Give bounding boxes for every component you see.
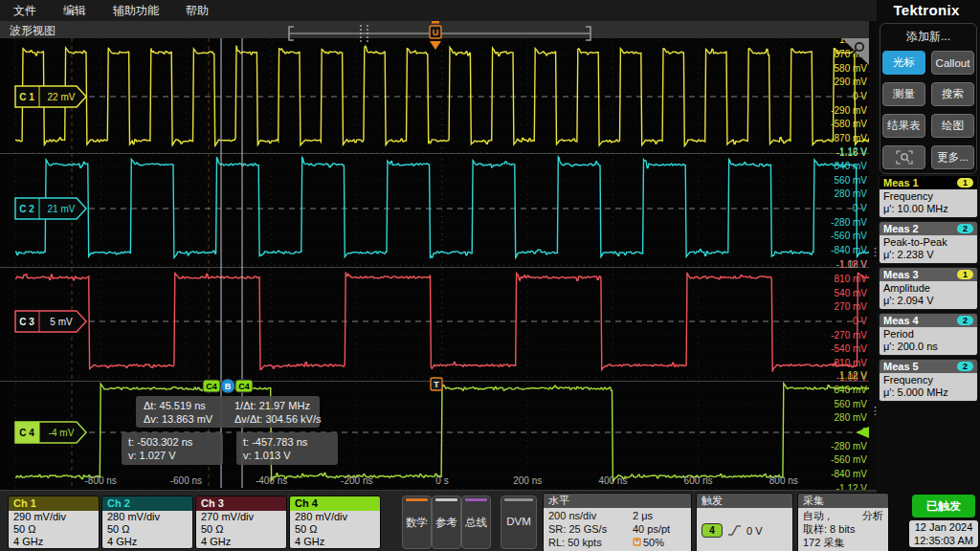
meas-type: Peak-to-Peak bbox=[883, 236, 973, 249]
reference-button[interactable]: 参考 bbox=[432, 496, 461, 549]
tool-button-label: DVM bbox=[501, 516, 536, 527]
channel-offset-value: 21 mV bbox=[48, 204, 76, 214]
meas-badge-body: Peak-to-Peakμ': 2.238 V bbox=[880, 235, 977, 263]
ch2-scale-label: -280 mV bbox=[831, 217, 867, 228]
ch3-badge[interactable]: Ch 3270 mV/div50 Ω4 GHz bbox=[195, 496, 287, 549]
ch4-scale-label: -560 mV bbox=[831, 454, 867, 465]
cursor-button[interactable]: 光标 bbox=[882, 51, 925, 75]
bottom-bar: Ch 1290 mV/div50 Ω4 GHzCh 2280 mV/div50 … bbox=[0, 490, 877, 551]
ch2-scale-label: -840 mV bbox=[831, 245, 867, 255]
ch1-scale-label: -580 mV bbox=[831, 119, 867, 129]
meas-mean-value: μ': 5.000 MHz bbox=[883, 386, 973, 399]
ch1-badge[interactable]: Ch 1290 mV/div50 Ω4 GHz bbox=[8, 496, 100, 549]
cursor-b-source-badge[interactable]: C4 bbox=[238, 382, 250, 391]
ch1-scale-label: 290 mV bbox=[835, 77, 868, 87]
acquisition-panel[interactable]: 采集 自动 , 分析 取样: 8 bits 172 采集 bbox=[797, 493, 889, 551]
ch1-scale-label: -870 mV bbox=[831, 133, 867, 143]
panel-divider[interactable]: ⋮ ⋮ bbox=[869, 21, 877, 490]
meas-badge-name: Meas 1 bbox=[883, 177, 919, 188]
ch-badge-header: Ch 4 bbox=[290, 496, 380, 511]
accessibility-menu[interactable]: 辅助功能 bbox=[100, 0, 172, 21]
date-text: 12 Jan 2024 bbox=[909, 520, 978, 534]
cursor-badges[interactable]: C4BC4 bbox=[203, 379, 253, 393]
tektronix-logo: Tektronix bbox=[877, 2, 976, 18]
menu-bar: 文件编辑辅助功能帮助 bbox=[0, 0, 877, 22]
ch4-badge[interactable]: Ch 4280 mV/div50 Ω4 GHz bbox=[289, 496, 381, 549]
channel-offset-value: -4 mV bbox=[49, 428, 75, 438]
meas-badge-body: Periodμ': 200.0 ns bbox=[880, 327, 977, 355]
ch2-scale-label: 1.12 V bbox=[839, 146, 867, 157]
channel-badge-name: C 2 bbox=[19, 204, 34, 214]
add-new-label: 添加新... bbox=[882, 29, 974, 45]
ch4-scale-label: 280 mV bbox=[835, 412, 868, 423]
plot-button[interactable]: 绘图 bbox=[931, 114, 974, 138]
horizontal-value-right: 40 ps/pt bbox=[633, 522, 670, 536]
right-panel: Tektronix 添加新... 光标Callout测量搜索结果表绘图更多...… bbox=[877, 0, 980, 551]
waveform-view-title: 波形视图 bbox=[0, 24, 56, 37]
meas-badge-header: Meas 52 bbox=[880, 360, 977, 373]
results-table-button[interactable]: 结果表 bbox=[882, 114, 925, 138]
meas-source-pill: 2 bbox=[957, 224, 973, 233]
trigger-source-badge[interactable]: 4 bbox=[702, 523, 723, 538]
ch3-offset-badge[interactable]: C 35 mV bbox=[15, 311, 86, 332]
zoom-tool-button[interactable] bbox=[882, 145, 925, 169]
tool-button-label: 参考 bbox=[433, 516, 460, 530]
horizontal-value-text: 2 μs bbox=[633, 509, 653, 522]
ch3-scale-label: 0 V bbox=[853, 316, 867, 326]
triggered-status-button[interactable]: 已触发 bbox=[912, 495, 975, 518]
meas-1-badge[interactable]: Meas 11Frequencyμ': 10.00 MHz bbox=[879, 175, 978, 218]
ch-badge-row: 4 GHz bbox=[13, 536, 99, 548]
horizontal-panel-title: 水平 bbox=[544, 494, 691, 508]
ch4-offset-badge[interactable]: C 4-4 mV bbox=[15, 422, 86, 443]
meas-2-badge[interactable]: Meas 22Peak-to-Peakμ': 2.238 V bbox=[879, 221, 978, 264]
meas-badge-body: Frequencyμ': 5.000 MHz bbox=[880, 373, 977, 401]
ch-badge-header: Ch 2 bbox=[102, 496, 192, 511]
edit-menu[interactable]: 编辑 bbox=[50, 0, 100, 21]
trigger-panel[interactable]: 触发 4 0 V bbox=[696, 493, 793, 551]
meas-4-badge[interactable]: Meas 42Periodμ': 200.0 ns bbox=[879, 313, 978, 356]
meas-3-badge[interactable]: Meas 31Amplitudeμ': 2.094 V bbox=[879, 267, 978, 310]
acq-sample-bits: 取样: 8 bits bbox=[803, 522, 883, 536]
search-button[interactable]: 搜索 bbox=[931, 82, 974, 106]
horizontal-panel[interactable]: 水平 200 ns/div2 μsSR: 25 GS/s40 ps/ptRL: … bbox=[543, 493, 692, 551]
ch-badge-body: 290 mV/div50 Ω4 GHz bbox=[9, 511, 99, 548]
measure-button[interactable]: 测量 bbox=[882, 82, 925, 106]
tool-button-strip bbox=[435, 498, 457, 501]
delta-t-value: Δt: 45.519 ns bbox=[144, 400, 206, 411]
cursor-a-voltage: v: 1.027 V bbox=[128, 450, 176, 461]
meas-badge-name: Meas 5 bbox=[883, 361, 919, 372]
more-button[interactable]: 更多... bbox=[931, 145, 974, 169]
meas-mean-value: μ': 10.00 MHz bbox=[883, 203, 973, 215]
math-button[interactable]: 数学 bbox=[402, 496, 432, 549]
meas-5-badge[interactable]: Meas 52Frequencyμ': 5.000 MHz bbox=[879, 359, 978, 402]
waveform-view-titlebar[interactable]: 波形视图 bbox=[0, 21, 869, 39]
time-axis-label: 400 ns bbox=[598, 475, 627, 486]
ch-badge-row: 280 mV/div bbox=[295, 511, 380, 523]
tool-button-strip bbox=[465, 498, 487, 501]
cursor-link-badge[interactable]: B bbox=[225, 382, 232, 391]
cursor-b-time: t: -457.783 ns bbox=[243, 436, 308, 448]
horizontal-row: RL: 50 kpts50% bbox=[548, 536, 686, 549]
acq-mode: 自动 , bbox=[803, 509, 830, 522]
callout-button[interactable]: Callout bbox=[931, 51, 974, 75]
waveform-plot-area[interactable]: 1.16 V870 mV580 mV290 mV0 V-290 mV-580 m… bbox=[0, 38, 869, 490]
cursor-a-source-badge[interactable]: C4 bbox=[206, 382, 217, 391]
cursor-b-voltage: v: 1.013 V bbox=[243, 450, 291, 461]
plot-background[interactable] bbox=[0, 38, 869, 490]
trigger-point-marker[interactable]: T bbox=[431, 378, 442, 390]
meas-source-pill: 2 bbox=[957, 362, 973, 371]
ch2-badge[interactable]: Ch 2280 mV/div50 Ω4 GHz bbox=[101, 496, 193, 549]
horizontal-row: SR: 25 GS/s40 ps/pt bbox=[548, 522, 686, 536]
ch2-offset-badge[interactable]: C 221 mV bbox=[15, 198, 86, 219]
tool-button-strip bbox=[406, 498, 428, 501]
trigger-panel-title: 触发 bbox=[697, 494, 792, 508]
trigger-level-value: 0 V bbox=[746, 525, 763, 537]
help-menu[interactable]: 帮助 bbox=[172, 0, 222, 21]
horizontal-value-right: 2 μs bbox=[633, 509, 653, 522]
ch2-scale-label: 280 mV bbox=[835, 188, 868, 199]
bus-button[interactable]: 总线 bbox=[461, 496, 491, 549]
meas-badge-body: Frequencyμ': 10.00 MHz bbox=[880, 189, 977, 217]
ch1-offset-badge[interactable]: C 122 mV bbox=[15, 86, 86, 107]
dvm-button[interactable]: DVM bbox=[501, 496, 537, 549]
file-menu[interactable]: 文件 bbox=[0, 0, 50, 21]
